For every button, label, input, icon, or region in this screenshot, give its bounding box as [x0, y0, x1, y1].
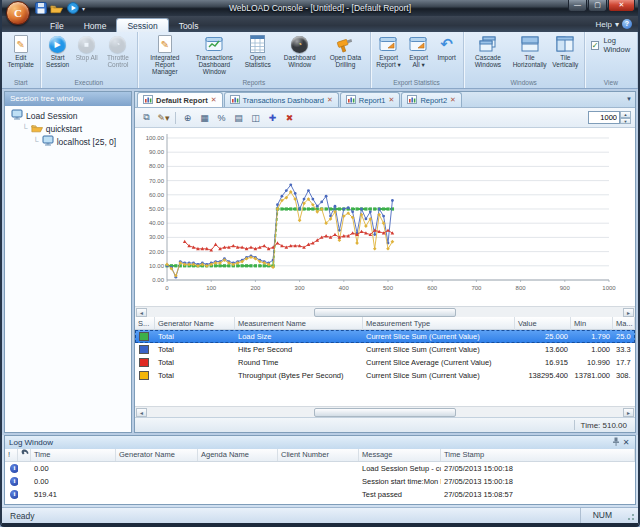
- doc-tab-report1[interactable]: Report1✕: [340, 92, 401, 107]
- export-report-button[interactable]: Export Report ▾: [373, 33, 405, 69]
- measurement-row-round-time[interactable]: TotalRound TimeCurrent Slice Average (Cu…: [135, 356, 635, 369]
- qat-save-icon[interactable]: [34, 2, 47, 14]
- column-header-generator-name[interactable]: Generator Name: [155, 317, 235, 330]
- column-header-ma-[interactable]: Ma...: [613, 317, 635, 330]
- import-icon: ↶: [436, 34, 457, 54]
- export-all-button[interactable]: Export All ▾: [405, 33, 433, 69]
- start-session-button[interactable]: ▶Start Session: [43, 33, 73, 69]
- data-grid-icon[interactable]: ▤: [231, 110, 246, 125]
- tree-item-load-session[interactable]: Load Session: [7, 109, 129, 122]
- edit-template-button[interactable]: ✎Edit Template: [4, 33, 38, 69]
- log-cell-time: 0.00: [31, 464, 116, 473]
- measurement-row-load-size[interactable]: TotalLoad SizeCurrent Slice Sum (Current…: [135, 330, 635, 343]
- ribbon-tab-home[interactable]: Home: [74, 19, 117, 32]
- chart-options-icon[interactable]: ▦: [197, 110, 212, 125]
- cell-generator: Total: [155, 332, 235, 341]
- ribbon-tab-tools[interactable]: Tools: [169, 19, 209, 32]
- chart-horizontal-scrollbar[interactable]: ◄ ►: [135, 306, 635, 317]
- scroll-left-icon[interactable]: ◄: [136, 308, 147, 317]
- spinner-down-icon[interactable]: ▼: [620, 118, 631, 125]
- svg-text:800: 800: [516, 285, 527, 291]
- log-window-checkbox[interactable]: ✓Log Window: [591, 36, 631, 54]
- measurements-table: S...Generator NameMeasurement NameMeasur…: [135, 317, 635, 395]
- maximize-button[interactable]: ▢: [588, 0, 607, 12]
- open-data-drilling-button[interactable]: Open Data Drilling: [323, 33, 367, 69]
- report-tab-icon: [407, 95, 417, 106]
- log-column-client-number[interactable]: Client Number: [278, 449, 359, 461]
- handset-icon[interactable]: [18, 449, 31, 461]
- doc-tab-transactions-dashboard[interactable]: Transactions Dashboard✕: [224, 92, 339, 107]
- column-header-s-[interactable]: S...: [135, 317, 155, 330]
- column-header-measurement-name[interactable]: Measurement Name: [235, 317, 363, 330]
- table-horizontal-scrollbar[interactable]: ◄ ►: [135, 406, 635, 417]
- close-tab-icon[interactable]: ✕: [389, 96, 395, 104]
- close-tab-icon[interactable]: ✕: [211, 96, 217, 104]
- import-button[interactable]: ↶Import: [433, 33, 461, 62]
- pin-icon[interactable]: [611, 437, 621, 448]
- scrollbar-thumb[interactable]: [314, 308, 456, 317]
- series-color-swatch: [139, 358, 149, 367]
- log-column-time[interactable]: Time: [31, 449, 116, 461]
- column-header-min[interactable]: Min: [571, 317, 613, 330]
- column-header-alert[interactable]: !: [5, 449, 18, 461]
- ribbon-tab-file[interactable]: File: [40, 19, 74, 32]
- print-preview-icon[interactable]: ◫: [248, 110, 263, 125]
- scale-input[interactable]: [588, 111, 620, 124]
- log-row[interactable]: i0.00Load Session Setup - comple...27/05…: [5, 462, 635, 475]
- help-menu[interactable]: Help▾ ?: [596, 19, 632, 29]
- tab-list-menu-icon[interactable]: ▼: [626, 96, 632, 102]
- zoom-selection-icon[interactable]: ⊕: [180, 110, 195, 125]
- doc-tab-default-report[interactable]: Default Report✕: [137, 92, 223, 107]
- app-logo-icon[interactable]: C: [6, 1, 30, 25]
- close-tab-icon[interactable]: ✕: [327, 96, 333, 104]
- scrollbar-thumb[interactable]: [314, 408, 456, 417]
- cell-value: 16.915: [515, 358, 571, 367]
- add-measurement-icon[interactable]: ✚: [265, 110, 280, 125]
- scroll-right-icon[interactable]: ►: [623, 408, 634, 417]
- svg-text:90.00: 90.00: [149, 149, 165, 155]
- dashboard-window-button[interactable]: ◔Dashboard Window: [276, 33, 323, 69]
- measurement-row-throughput-bytes-per-second-[interactable]: TotalThroughput (Bytes Per Second)Curren…: [135, 369, 635, 382]
- resize-grip[interactable]: [624, 510, 636, 522]
- log-column-time-stamp[interactable]: Time Stamp: [441, 449, 635, 461]
- tree-item-localhost-25-0-[interactable]: └localhost [25, 0]: [7, 135, 129, 148]
- edit-annotation-icon[interactable]: ✎▾: [156, 110, 171, 125]
- cascade-windows-button[interactable]: Cascade Windows: [466, 33, 511, 69]
- checkbox-icon[interactable]: ✓: [591, 41, 600, 50]
- log-column-agenda-name[interactable]: Agenda Name: [198, 449, 278, 461]
- tree-item-quickstart[interactable]: └quickstart: [7, 122, 129, 135]
- host-icon: [42, 135, 54, 148]
- minimize-button[interactable]: —: [568, 0, 587, 12]
- log-column-message[interactable]: Message: [359, 449, 441, 461]
- log-row[interactable]: i0.00Session start time:Mon May ...27/05…: [5, 475, 635, 488]
- ribbon-group-label: View: [587, 78, 635, 88]
- tile-vertically-button[interactable]: Tile Vertically: [549, 33, 582, 69]
- qat-run-icon[interactable]: [66, 2, 79, 14]
- transactions-dashboard-window-button[interactable]: Transactions Dashboard Window: [190, 33, 240, 76]
- folder-icon: [31, 123, 43, 135]
- log-cell-time: 519.41: [31, 490, 116, 499]
- close-tab-icon[interactable]: ✕: [450, 96, 456, 104]
- open-statistics-button[interactable]: Open Statistics: [239, 33, 276, 69]
- integrated-report-manager-button[interactable]: ✎Integrated Report Manager: [140, 33, 190, 76]
- log-row[interactable]: i519.41Test passed27/05/2013 15:08:57: [5, 488, 635, 501]
- column-header-measurement-type[interactable]: Measurement Type: [363, 317, 515, 330]
- qat-menu-icon[interactable]: ▾: [82, 5, 85, 12]
- close-button[interactable]: ✕: [608, 0, 635, 12]
- log-column-generator-name[interactable]: Generator Name: [116, 449, 198, 461]
- axis-values-icon[interactable]: %: [214, 110, 229, 125]
- ribbon-tab-session[interactable]: Session: [116, 18, 168, 32]
- scroll-left-icon[interactable]: ◄: [136, 408, 147, 417]
- ribbon-group-label: Windows: [466, 78, 582, 88]
- measurement-row-hits-per-second[interactable]: TotalHits Per SecondCurrent Slice Sum (C…: [135, 343, 635, 356]
- qat-open-icon[interactable]: [50, 2, 63, 14]
- copy-report-icon[interactable]: ⧉: [139, 110, 154, 125]
- scroll-right-icon[interactable]: ►: [623, 308, 634, 317]
- series-color-swatch: [139, 332, 149, 341]
- log-table-header: !TimeGenerator NameAgenda NameClient Num…: [5, 449, 635, 462]
- remove-measurement-icon[interactable]: ✖: [282, 110, 297, 125]
- tile-horizontally-button[interactable]: Tile Horizontally: [510, 33, 549, 69]
- close-log-icon[interactable]: ✕: [621, 438, 631, 447]
- doc-tab-report2[interactable]: Report2✕: [401, 92, 462, 107]
- column-header-value[interactable]: Value: [515, 317, 571, 330]
